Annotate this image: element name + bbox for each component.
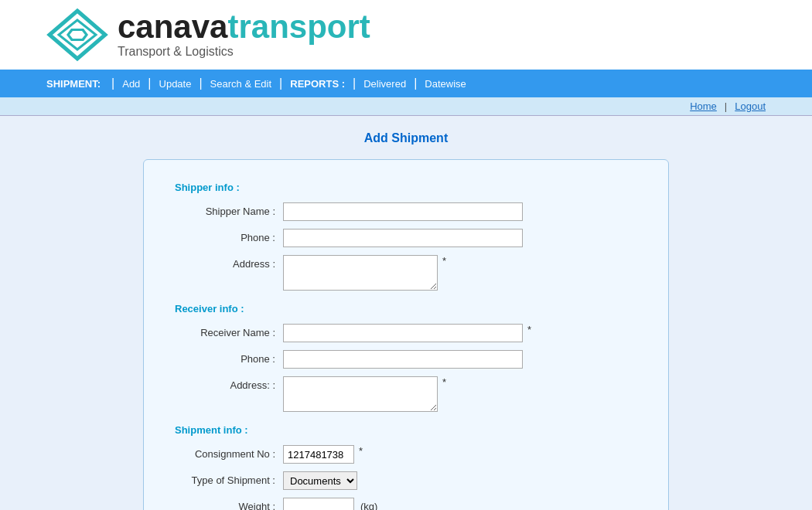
consignment-label: Consignment No : xyxy=(175,445,283,460)
receiver-phone-input[interactable] xyxy=(283,350,523,369)
logo-subtitle: Transport & Logistics xyxy=(118,45,370,59)
receiver-name-row: Receiver Name : * xyxy=(175,324,637,342)
shipper-name-row: Shipper Name : xyxy=(175,202,637,221)
type-label: Type of Shipment : xyxy=(175,471,283,486)
logo-icon xyxy=(46,8,108,62)
weight-row: Weight : (kg) xyxy=(175,498,637,510)
consignment-row: Consignment No : * xyxy=(175,445,637,464)
receiver-address-row: Address: : * xyxy=(175,376,637,412)
type-select[interactable]: Documents Parcel Cargo xyxy=(283,471,357,490)
shipper-address-input[interactable] xyxy=(283,255,438,291)
shipper-phone-label: Phone : xyxy=(175,229,283,243)
type-row: Type of Shipment : Documents Parcel Carg… xyxy=(175,471,637,490)
logo-container: canavatransport Transport & Logistics xyxy=(46,8,370,62)
content: Add Shipment Shipper info : Shipper Name… xyxy=(0,116,812,510)
nav-search-edit[interactable]: Search & Edit xyxy=(207,78,275,90)
shipment-section-title: Shipment info : xyxy=(175,424,637,436)
consignment-input[interactable] xyxy=(283,445,354,464)
home-link[interactable]: Home xyxy=(690,100,717,112)
nav-delivered[interactable]: Delivered xyxy=(360,78,409,90)
weight-unit: (kg) xyxy=(360,498,377,510)
svg-marker-3 xyxy=(70,31,85,39)
nav-datewise[interactable]: Datewise xyxy=(421,78,469,90)
shipper-address-row: Address : * xyxy=(175,255,637,291)
receiver-address-input[interactable] xyxy=(283,376,438,412)
navbar: SHIPMENT: | Add | Update | Search & Edit… xyxy=(0,70,812,97)
subnav: Home | Logout xyxy=(0,97,812,116)
logo-text: canavatransport Transport & Logistics xyxy=(118,11,370,59)
shipper-name-input[interactable] xyxy=(283,202,523,221)
receiver-name-input[interactable] xyxy=(283,324,523,342)
logout-link[interactable]: Logout xyxy=(735,100,766,112)
shipper-name-label: Shipper Name : xyxy=(175,202,283,217)
page-title: Add Shipment xyxy=(46,131,766,145)
header: canavatransport Transport & Logistics xyxy=(0,0,812,70)
shipper-phone-input[interactable] xyxy=(283,229,523,247)
shipper-section-title: Shipper info : xyxy=(175,182,637,193)
receiver-address-label: Address: : xyxy=(175,376,283,391)
shipper-phone-row: Phone : xyxy=(175,229,637,247)
receiver-phone-label: Phone : xyxy=(175,350,283,365)
receiver-phone-row: Phone : xyxy=(175,350,637,369)
logo-name-teal: transport xyxy=(227,8,370,45)
shipper-address-label: Address : xyxy=(175,255,283,270)
receiver-name-label: Receiver Name : xyxy=(175,324,283,338)
form-panel: Shipper info : Shipper Name : Phone : Ad… xyxy=(143,159,669,510)
nav-update[interactable]: Update xyxy=(156,78,195,90)
logo-name-black: canava xyxy=(118,8,227,45)
receiver-section-title: Receiver info : xyxy=(175,303,637,314)
nav-reports[interactable]: REPORTS : xyxy=(287,78,348,90)
weight-input[interactable] xyxy=(283,498,354,510)
nav-add[interactable]: Add xyxy=(119,78,143,90)
shipment-label: SHIPMENT: xyxy=(46,78,101,90)
weight-label: Weight : xyxy=(175,498,283,510)
